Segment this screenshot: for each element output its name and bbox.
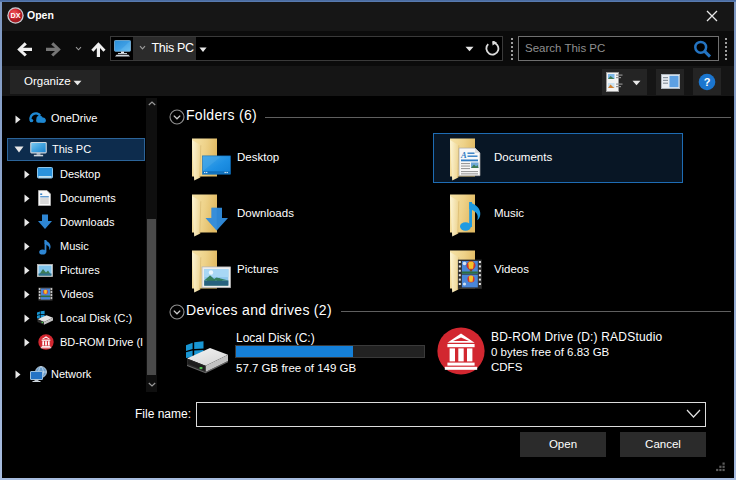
svg-text:A: A	[460, 150, 467, 160]
svg-text:DX: DX	[11, 11, 21, 20]
svg-text:?: ?	[704, 76, 711, 88]
